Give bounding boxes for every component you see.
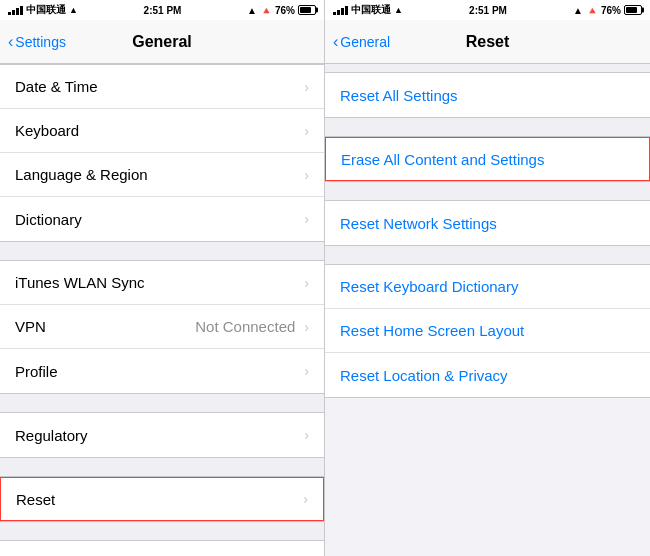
battery-icon-left [298, 5, 316, 15]
reset-label: Reset [16, 491, 55, 508]
itunes-wlan-item[interactable]: iTunes WLAN Sync › [0, 261, 324, 305]
chevron-reset: › [303, 491, 308, 507]
keyboard-label: Keyboard [15, 122, 79, 139]
itunes-wlan-label: iTunes WLAN Sync [15, 274, 145, 291]
wifi-icon-left2: 🔺 [260, 5, 272, 16]
r-list-group-1: Reset All Settings [325, 72, 650, 118]
profile-label: Profile [15, 363, 58, 380]
reset-home-label: Reset Home Screen Layout [340, 322, 524, 339]
chevron-profile: › [304, 363, 309, 379]
reset-location-item[interactable]: Reset Location & Privacy [325, 353, 650, 397]
section-gap-4 [0, 522, 324, 540]
status-bar-left: 中国联通 ▲ 2:51 PM ▲ 🔺 76% [0, 0, 324, 20]
keyboard-item[interactable]: Keyboard › [0, 109, 324, 153]
battery-pct-left: 76% [275, 5, 295, 16]
status-right-left: ▲ 🔺 76% [247, 5, 316, 16]
r-section-gap-0 [325, 64, 650, 72]
vpn-item[interactable]: VPN Not Connected › [0, 305, 324, 349]
back-chevron-left: ‹ [8, 33, 13, 51]
nav-bar-left: ‹ Settings General [0, 20, 324, 64]
r-list-group-2: Erase All Content and Settings [325, 136, 650, 182]
list-group-reset: Reset › [0, 476, 324, 522]
reset-all-settings-item[interactable]: Reset All Settings [325, 73, 650, 117]
carrier-right: 中国联通 [351, 3, 391, 17]
chevron-dictionary: › [304, 211, 309, 227]
reset-network-item[interactable]: Reset Network Settings [325, 201, 650, 245]
reset-keyboard-item[interactable]: Reset Keyboard Dictionary [325, 265, 650, 309]
r-section-gap-1 [325, 118, 650, 136]
carrier-left: 中国联通 [26, 3, 66, 17]
vpn-label: VPN [15, 318, 46, 335]
chevron-itunes: › [304, 275, 309, 291]
time-left: 2:51 PM [144, 5, 182, 16]
erase-all-item[interactable]: Erase All Content and Settings [325, 137, 650, 181]
signal-icon-right2 [333, 6, 348, 15]
dictionary-label: Dictionary [15, 211, 82, 228]
chevron-regulatory: › [304, 427, 309, 443]
back-label-right: General [340, 34, 390, 50]
right-panel: 中国联通 ▲ 2:51 PM ▲ 🔺 76% ‹ General Reset R… [325, 0, 650, 556]
back-label-left: Settings [15, 34, 66, 50]
r-list-group-4: Reset Keyboard Dictionary Reset Home Scr… [325, 264, 650, 398]
reset-home-item[interactable]: Reset Home Screen Layout [325, 309, 650, 353]
chevron-date-time: › [304, 79, 309, 95]
status-right-right: ▲ 🔺 76% [573, 5, 642, 16]
dictionary-item[interactable]: Dictionary › [0, 197, 324, 241]
time-right: 2:51 PM [469, 5, 507, 16]
erase-all-label: Erase All Content and Settings [341, 151, 544, 168]
regulatory-label: Regulatory [15, 427, 88, 444]
nav-title-left: General [132, 33, 192, 51]
reset-keyboard-label: Reset Keyboard Dictionary [340, 278, 518, 295]
list-group-3: Regulatory › [0, 412, 324, 458]
signal-icon [8, 6, 23, 15]
battery-pct-right: 76% [601, 5, 621, 16]
reset-network-label: Reset Network Settings [340, 215, 497, 232]
settings-list-left: Date & Time › Keyboard › Language & Regi… [0, 64, 324, 556]
signal-icon-r: ▲ [573, 5, 583, 16]
r-list-group-3: Reset Network Settings [325, 200, 650, 246]
language-region-label: Language & Region [15, 166, 148, 183]
back-button-left[interactable]: ‹ Settings [8, 33, 66, 51]
chevron-keyboard: › [304, 123, 309, 139]
status-left-right: 中国联通 ▲ [333, 3, 403, 17]
battery-icon-right [624, 5, 642, 15]
r-section-gap-2 [325, 182, 650, 200]
wifi-icon-right: ▲ [394, 5, 403, 15]
signal-icon-right: ▲ [247, 5, 257, 16]
wifi-icon-r2: 🔺 [586, 5, 598, 16]
r-section-gap-3 [325, 246, 650, 264]
status-bar-right: 中国联通 ▲ 2:51 PM ▲ 🔺 76% [325, 0, 650, 20]
reset-all-settings-label: Reset All Settings [340, 87, 458, 104]
wifi-icon-left: ▲ [69, 5, 78, 15]
back-button-right[interactable]: ‹ General [333, 33, 390, 51]
vpn-value: Not Connected [195, 318, 295, 335]
date-time-item[interactable]: Date & Time › [0, 65, 324, 109]
list-group-2: iTunes WLAN Sync › VPN Not Connected › P… [0, 260, 324, 394]
language-region-item[interactable]: Language & Region › [0, 153, 324, 197]
section-gap-3 [0, 458, 324, 476]
status-left: 中国联通 ▲ [8, 3, 78, 17]
back-chevron-right: ‹ [333, 33, 338, 51]
regulatory-item[interactable]: Regulatory › [0, 413, 324, 457]
reset-location-label: Reset Location & Privacy [340, 367, 508, 384]
shutdown-item[interactable]: Shut Down [0, 540, 324, 556]
chevron-language: › [304, 167, 309, 183]
nav-title-right: Reset [466, 33, 510, 51]
left-panel: 中国联通 ▲ 2:51 PM ▲ 🔺 76% ‹ Settings Genera… [0, 0, 325, 556]
chevron-vpn: › [304, 319, 309, 335]
date-time-label: Date & Time [15, 78, 98, 95]
settings-list-right: Reset All Settings Erase All Content and… [325, 64, 650, 556]
profile-item[interactable]: Profile › [0, 349, 324, 393]
section-gap-2 [0, 394, 324, 412]
list-group-1: Date & Time › Keyboard › Language & Regi… [0, 64, 324, 242]
section-gap-1 [0, 242, 324, 260]
nav-bar-right: ‹ General Reset [325, 20, 650, 64]
reset-item[interactable]: Reset › [0, 477, 324, 521]
